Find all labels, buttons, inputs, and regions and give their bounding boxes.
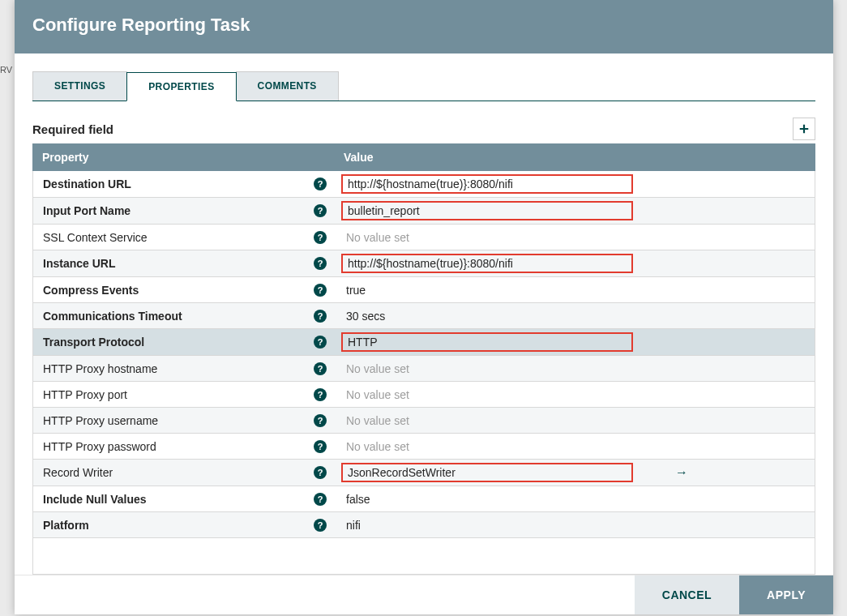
required-field-label: Required field [32,122,113,136]
help-icon[interactable]: ? [314,414,327,427]
property-value[interactable]: No value set [341,387,414,403]
property-value[interactable]: bulletin_report [341,201,633,220]
property-value[interactable]: false [341,491,375,507]
property-value[interactable]: nifi [341,517,366,533]
property-name: HTTP Proxy password [43,440,156,453]
property-name: Input Port Name [43,204,130,217]
help-icon[interactable]: ? [314,284,327,297]
property-row[interactable]: Input Port Name?bulletin_report [33,198,815,225]
tab-properties[interactable]: PROPERTIES [126,72,236,101]
property-name-cell: Platform? [33,514,335,537]
help-icon[interactable]: ? [314,231,327,244]
property-value[interactable]: No value set [341,361,414,377]
help-icon[interactable]: ? [314,388,327,401]
property-row[interactable]: Communications Timeout?30 secs [33,303,815,329]
help-icon[interactable]: ? [314,362,327,375]
property-name-cell: Instance URL? [33,252,335,275]
property-row[interactable]: Destination URL?http://${hostname(true)}… [33,171,815,198]
help-icon[interactable]: ? [314,519,327,532]
property-name-cell: Destination URL? [33,173,335,195]
property-name: Transport Protocol [43,336,144,349]
property-value-cell[interactable]: No value set [335,435,815,458]
property-value[interactable]: HTTP [341,332,633,352]
help-icon[interactable]: ? [314,178,327,190]
help-icon[interactable]: ? [314,493,327,506]
property-value[interactable]: No value set [341,229,414,246]
dialog-footer: CANCEL APPLY [15,575,833,614]
dialog-title: Configure Reporting Task [15,0,833,53]
property-name-cell: Record Writer? [33,461,335,484]
property-name: Destination URL [43,178,131,190]
property-value[interactable]: http://${hostname(true)}:8080/nifi [341,254,633,273]
property-value[interactable]: true [341,282,370,298]
property-row[interactable]: HTTP Proxy port?No value set [33,382,815,408]
property-value[interactable]: 30 secs [341,308,390,324]
property-value-cell[interactable]: HTTP [335,329,815,355]
apply-button[interactable]: APPLY [739,575,833,614]
property-row[interactable]: Transport Protocol?HTTP [33,329,815,356]
property-value-cell[interactable]: http://${hostname(true)}:8080/nifi [335,171,815,197]
property-value-cell[interactable]: JsonRecordSetWriter [335,460,815,486]
property-name-cell: SSL Context Service? [33,226,335,249]
property-name: HTTP Proxy username [43,414,158,427]
property-name-cell: Communications Timeout? [33,305,335,327]
property-name: HTTP Proxy hostname [43,362,157,375]
property-value-cell[interactable]: true [335,279,815,302]
property-value-cell[interactable]: http://${hostname(true)}:8080/nifi [335,250,815,276]
tab-settings[interactable]: SETTINGS [32,71,127,101]
property-name-cell: HTTP Proxy password? [33,435,335,458]
property-name: HTTP Proxy port [43,388,127,401]
help-icon[interactable]: ? [314,440,327,453]
tab-comments[interactable]: COMMENTS [236,71,339,101]
property-value[interactable]: No value set [341,413,414,429]
configure-reporting-task-dialog: Configure Reporting Task SETTINGS PROPER… [15,0,833,614]
property-value-cell[interactable]: false [335,488,815,511]
property-name: Include Null Values [43,493,147,506]
property-row[interactable]: Record Writer?JsonRecordSetWriter→ [33,460,815,486]
property-value-cell[interactable]: No value set [335,226,815,249]
property-row[interactable]: Instance URL?http://${hostname(true)}:80… [33,250,815,277]
help-icon[interactable]: ? [314,336,327,349]
property-name-cell: HTTP Proxy hostname? [33,357,335,380]
col-header-value: Value [334,143,815,171]
property-name: Compress Events [43,284,139,297]
property-row[interactable]: Compress Events?true [33,277,815,303]
property-value-cell[interactable]: No value set [335,383,815,406]
property-name: SSL Context Service [43,231,148,244]
property-name-cell: HTTP Proxy port? [33,383,335,406]
property-row[interactable]: HTTP Proxy password?No value set [33,434,815,460]
property-name: Instance URL [43,257,115,270]
add-property-button[interactable] [793,118,815,140]
property-name: Communications Timeout [43,310,182,323]
col-header-property: Property [32,143,334,171]
property-value-cell[interactable]: No value set [335,409,815,432]
property-name-cell: Transport Protocol? [33,331,335,353]
property-value-cell[interactable]: bulletin_report [335,198,815,224]
property-name: Record Writer [43,466,113,479]
go-to-service-icon[interactable]: → [675,465,688,480]
background-text: RV [0,65,12,75]
plus-icon [798,123,810,135]
property-row[interactable]: Platform?nifi [33,512,815,538]
property-value[interactable]: No value set [341,438,414,455]
help-icon[interactable]: ? [314,204,327,217]
help-icon[interactable]: ? [314,257,327,270]
property-value[interactable]: http://${hostname(true)}:8080/nifi [341,174,633,194]
property-row[interactable]: HTTP Proxy hostname?No value set [33,356,815,382]
property-name-cell: HTTP Proxy username? [33,409,335,432]
tab-bar: SETTINGS PROPERTIES COMMENTS [32,71,815,101]
help-icon[interactable]: ? [314,310,327,323]
cancel-button[interactable]: CANCEL [635,575,739,614]
property-name: Platform [43,519,89,532]
property-value[interactable]: JsonRecordSetWriter [341,463,633,482]
property-value-cell[interactable]: No value set [335,357,815,380]
property-row[interactable]: HTTP Proxy username?No value set [33,408,815,434]
property-name-cell: Include Null Values? [33,488,335,511]
property-row[interactable]: Include Null Values?false [33,486,815,512]
properties-table[interactable]: Destination URL?http://${hostname(true)}… [32,171,815,575]
property-value-cell[interactable]: 30 secs [335,305,815,327]
property-row[interactable]: SSL Context Service?No value set [33,225,815,250]
help-icon[interactable]: ? [314,466,327,479]
property-value-cell[interactable]: nifi [335,514,815,537]
properties-table-header: Property Value [32,143,815,171]
